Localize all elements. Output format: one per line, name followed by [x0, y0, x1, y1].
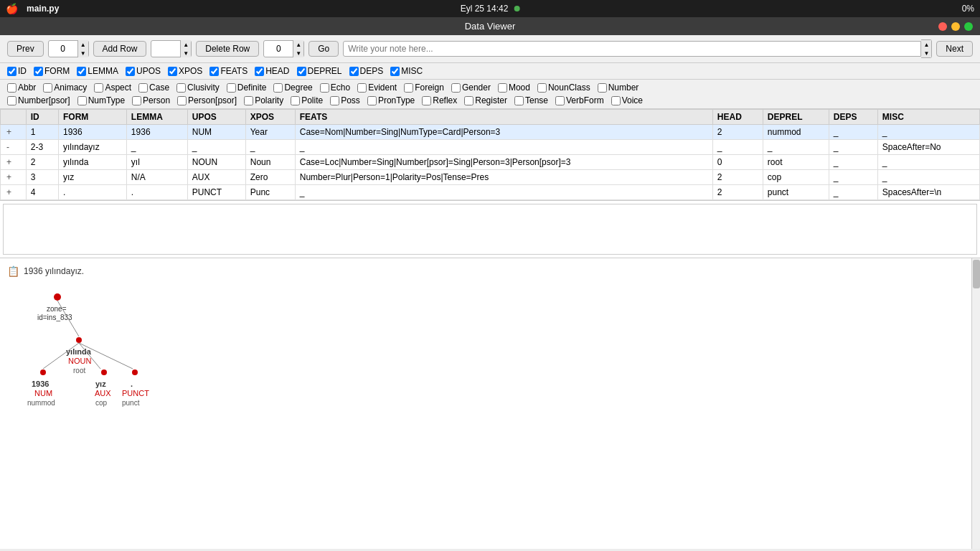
add-row-inline-button[interactable]: +: [5, 172, 13, 182]
feat-mood[interactable]: Mood: [498, 83, 530, 93]
add-row-inline-button[interactable]: +: [5, 127, 13, 137]
go-spinner-buttons[interactable]: ▲ ▼: [293, 40, 303, 57]
cell-lemma[interactable]: .: [126, 185, 187, 200]
cell-deps[interactable]: _: [829, 155, 877, 170]
cell-id[interactable]: 2: [26, 155, 58, 170]
checkbox-upos[interactable]: UPOS: [126, 66, 161, 76]
checkbox-form-input[interactable]: [34, 67, 43, 76]
checkbox-head[interactable]: HEAD: [255, 66, 289, 76]
checkbox-head-input[interactable]: [255, 67, 264, 76]
feat-numberpsor[interactable]: Number[psor]: [7, 95, 70, 105]
minus-row-inline-button[interactable]: -: [5, 142, 11, 152]
checkbox-xpos[interactable]: XPOS: [168, 66, 202, 76]
cell-upos[interactable]: _: [187, 140, 245, 155]
prev-button[interactable]: Prev: [7, 41, 44, 57]
cell-upos[interactable]: AUX: [187, 170, 245, 185]
cell-lemma[interactable]: yıl: [126, 155, 187, 170]
feat-definite[interactable]: Definite: [227, 83, 267, 93]
cell-feats[interactable]: Number=Plur|Person=1|Polarity=Pos|Tense=…: [295, 170, 712, 185]
note-spinner[interactable]: ▲ ▼: [921, 39, 932, 58]
row-spinner-up[interactable]: ▲: [78, 40, 88, 49]
go-button[interactable]: Go: [308, 41, 339, 57]
note-input[interactable]: [343, 41, 921, 57]
feat-clusivity[interactable]: Clusivity: [176, 83, 220, 93]
checkbox-xpos-input[interactable]: [168, 67, 177, 76]
row-input[interactable]: [49, 44, 77, 54]
cell-xpos[interactable]: Zero: [245, 170, 295, 185]
cell-upos[interactable]: NOUN: [187, 155, 245, 170]
close-button[interactable]: [938, 22, 947, 31]
delete-spinner[interactable]: ▲ ▼: [151, 40, 192, 57]
cell-misc[interactable]: _: [877, 170, 979, 185]
feat-numtype[interactable]: NumType: [77, 95, 125, 105]
checkbox-deps-input[interactable]: [349, 67, 359, 76]
cell-id[interactable]: 1: [26, 125, 58, 140]
feat-person[interactable]: Person: [132, 95, 170, 105]
feat-foreign[interactable]: Foreign: [404, 83, 444, 93]
cell-deps[interactable]: _: [829, 140, 877, 155]
delete-spinner-input[interactable]: [151, 44, 180, 54]
checkbox-form[interactable]: FORM: [34, 66, 70, 76]
cell-xpos[interactable]: _: [245, 140, 295, 155]
cell-xpos[interactable]: Year: [245, 125, 295, 140]
cell-head[interactable]: 2: [712, 185, 763, 200]
cell-deps[interactable]: _: [829, 185, 877, 200]
cell-deprel[interactable]: _: [763, 140, 829, 155]
cell-id[interactable]: 2-3: [26, 140, 58, 155]
cell-deprel[interactable]: punct: [763, 185, 829, 200]
feat-personpsor[interactable]: Person[psor]: [177, 95, 237, 105]
checkbox-misc[interactable]: MISC: [390, 66, 423, 76]
cell-form[interactable]: .: [58, 185, 126, 200]
feat-abbr[interactable]: Abbr: [7, 83, 36, 93]
delete-spinner-buttons[interactable]: ▲ ▼: [180, 40, 191, 57]
go-spinner-down[interactable]: ▼: [293, 49, 303, 57]
checkbox-misc-input[interactable]: [390, 67, 400, 76]
cell-form[interactable]: yılında: [58, 155, 126, 170]
feat-voice[interactable]: Voice: [611, 95, 643, 105]
feat-animacy[interactable]: Animacy: [43, 83, 87, 93]
checkbox-upos-input[interactable]: [126, 67, 135, 76]
feat-register[interactable]: Register: [464, 95, 507, 105]
maximize-button[interactable]: [964, 22, 973, 31]
checkbox-id[interactable]: ID: [7, 66, 27, 76]
go-spinner[interactable]: ▲ ▼: [263, 40, 304, 57]
go-spinner-up[interactable]: ▲: [293, 40, 303, 49]
cell-upos[interactable]: NUM: [187, 125, 245, 140]
cell-misc[interactable]: _: [877, 125, 979, 140]
checkbox-feats[interactable]: FEATS: [209, 66, 248, 76]
cell-misc[interactable]: _: [877, 155, 979, 170]
feat-reflex[interactable]: Reflex: [422, 95, 457, 105]
cell-lemma[interactable]: 1936: [126, 125, 187, 140]
checkbox-feats-input[interactable]: [209, 67, 219, 76]
cell-head[interactable]: 2: [712, 170, 763, 185]
cell-lemma[interactable]: N/A: [126, 170, 187, 185]
note-editor[interactable]: [3, 204, 977, 255]
cell-upos[interactable]: PUNCT: [187, 185, 245, 200]
cell-form[interactable]: yılındayız: [58, 140, 126, 155]
cell-deprel[interactable]: nummod: [763, 125, 829, 140]
checkbox-lemma[interactable]: LEMMA: [77, 66, 118, 76]
checkbox-id-input[interactable]: [7, 67, 17, 76]
feat-degree[interactable]: Degree: [273, 83, 312, 93]
delete-row-button[interactable]: Delete Row: [196, 41, 259, 57]
go-spinner-input[interactable]: [264, 44, 293, 54]
note-spinner-up[interactable]: ▲: [921, 40, 931, 49]
minimize-button[interactable]: [951, 22, 960, 31]
cell-form[interactable]: 1936: [58, 125, 126, 140]
checkbox-deps[interactable]: DEPS: [349, 66, 384, 76]
feat-prontype[interactable]: PronType: [367, 95, 415, 105]
cell-deprel[interactable]: root: [763, 155, 829, 170]
cell-deps[interactable]: _: [829, 125, 877, 140]
cell-deprel[interactable]: cop: [763, 170, 829, 185]
feat-aspect[interactable]: Aspect: [94, 83, 131, 93]
feat-verbform[interactable]: VerbForm: [555, 95, 604, 105]
feat-gender[interactable]: Gender: [451, 83, 491, 93]
feat-polite[interactable]: Polite: [291, 95, 323, 105]
add-row-inline-button[interactable]: +: [5, 157, 13, 167]
feat-poss[interactable]: Poss: [330, 95, 360, 105]
row-spinner[interactable]: ▲ ▼: [48, 40, 89, 57]
row-spinner-down[interactable]: ▼: [78, 49, 88, 57]
feat-tense[interactable]: Tense: [514, 95, 548, 105]
cell-feats[interactable]: Case=Nom|Number=Sing|NumType=Card|Person…: [295, 125, 712, 140]
scrollbar[interactable]: [971, 258, 980, 549]
